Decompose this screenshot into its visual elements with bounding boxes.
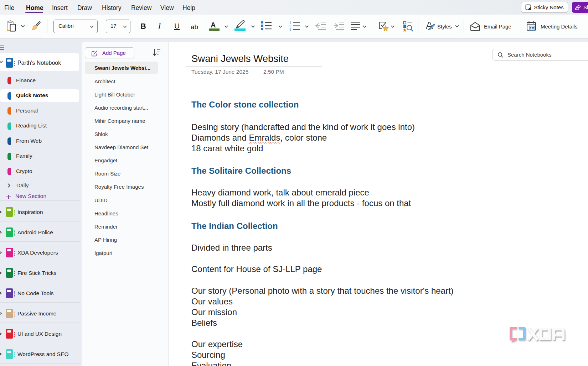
svg-text:3: 3: [289, 27, 291, 31]
